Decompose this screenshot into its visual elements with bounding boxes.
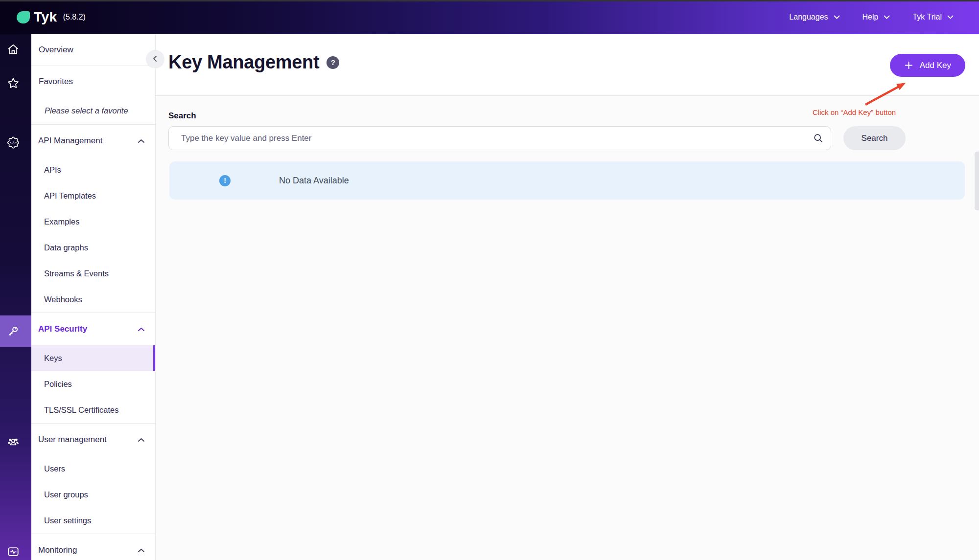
sidebar-sub-user-groups[interactable]: User groups (31, 482, 155, 508)
tyk-logo-icon (17, 11, 30, 23)
page-header: Key Management ? Add Key (156, 34, 979, 96)
topbar-menu-tyk-trial[interactable]: Tyk Trial (912, 13, 954, 22)
chevron-up-icon (138, 139, 145, 143)
sidebar-sub-data-graphs[interactable]: Data graphs (31, 235, 155, 261)
sidebar-sub-user-settings[interactable]: User settings (31, 508, 155, 534)
chevron-up-icon (138, 548, 145, 553)
sidebar-sub-api-templates[interactable]: API Templates (31, 183, 155, 209)
chevron-up-icon (138, 327, 145, 332)
sidebar-section-api-management[interactable]: API Management (31, 125, 155, 157)
sidebar-row-label: API Security (38, 324, 87, 334)
tyk-logo-text: Tyk (34, 9, 57, 25)
rail-api-gear-icon[interactable]: </> (7, 136, 20, 149)
search-icon[interactable] (813, 133, 824, 144)
sidebar-section-user-management[interactable]: User management (31, 424, 155, 456)
chevron-down-icon (947, 15, 954, 19)
sidebar-sub-apis[interactable]: APIs (31, 157, 155, 183)
sidebar-item-overview[interactable]: Overview (31, 34, 155, 66)
chevron-down-icon (834, 15, 840, 19)
no-data-message: No Data Available (279, 176, 349, 186)
sidebar-sub-webhooks[interactable]: Webhooks (31, 287, 155, 313)
plus-icon (904, 61, 913, 70)
sidebar-row-label: Policies (44, 380, 72, 389)
topbar-menu-label: Languages (789, 13, 828, 22)
sidebar-sub-keys[interactable]: Keys (31, 345, 155, 371)
search-row: Search (168, 126, 906, 150)
vertical-scrollbar-thumb[interactable] (975, 152, 979, 210)
chevron-down-icon (884, 15, 890, 19)
page-title: Key Management (168, 52, 319, 73)
svg-text:</>: </> (10, 140, 17, 145)
sidebar-row-label: Users (44, 464, 65, 473)
chevron-up-icon (138, 438, 145, 442)
topbar-menus: Languages Help Tyk Trial (789, 0, 954, 34)
rail-home-icon[interactable] (7, 43, 20, 56)
info-icon: ! (219, 175, 231, 186)
sidebar-sub-policies[interactable]: Policies (31, 371, 155, 397)
sidebar-row-label: User management (38, 435, 107, 445)
add-key-button[interactable]: Add Key (890, 54, 965, 77)
annotation-text: Click on “Add Key” button (813, 108, 896, 116)
sidebar-section-monitoring[interactable]: Monitoring (31, 534, 155, 560)
topbar-menu-label: Help (862, 13, 879, 22)
no-data-banner: ! No Data Available (169, 161, 965, 200)
search-input[interactable] (168, 126, 831, 150)
rail-favorites-star-icon[interactable] (7, 77, 20, 90)
topbar-menu-label: Tyk Trial (912, 13, 942, 22)
rail-key-icon[interactable] (7, 325, 20, 337)
sidebar-row-label: User settings (44, 516, 91, 525)
sidebar-item-favorites[interactable]: Favorites (31, 66, 155, 97)
sidebar-row-label: Overview (39, 45, 73, 55)
sidebar-row-label: Please select a favorite (45, 106, 128, 115)
sidebar-note-please-select-a-favorite: Please select a favorite (31, 97, 155, 124)
add-key-label: Add Key (920, 61, 951, 70)
search-label: Search (168, 111, 196, 121)
sidebar-section-api-security[interactable]: API Security (31, 313, 155, 345)
topbar: Tyk (5.8.2) Languages Help Tyk Trial (0, 0, 979, 34)
sidebar-row-label: Examples (44, 217, 79, 226)
app-window: Tyk (5.8.2) Languages Help Tyk Trial </>… (0, 0, 979, 560)
sidebar-row-label: API Management (38, 136, 102, 146)
sidebar-row-label: TLS/SSL Certificates (44, 405, 119, 415)
sidebar-row-label: Data graphs (44, 243, 88, 252)
help-icon[interactable]: ? (326, 56, 339, 69)
sidebar-sub-users[interactable]: Users (31, 456, 155, 482)
icon-rail: </> (0, 34, 31, 560)
sidebar-row-label: Keys (44, 354, 62, 363)
sidebar: Overview Favorites Please select a favor… (31, 34, 156, 560)
window-top-edge (0, 0, 979, 1)
rail-monitoring-icon[interactable] (7, 545, 20, 558)
rail-user-group-icon[interactable] (7, 435, 20, 448)
topbar-menu-help[interactable]: Help (862, 13, 890, 22)
sidebar-row-label: Favorites (39, 77, 73, 87)
version-label: (5.8.2) (63, 13, 86, 22)
sidebar-row-label: User groups (44, 490, 88, 499)
sidebar-sub-tls-ssl-certificates[interactable]: TLS/SSL Certificates (31, 397, 155, 423)
sidebar-collapse-button[interactable] (146, 50, 164, 68)
chevron-left-icon (152, 55, 159, 64)
tyk-brand[interactable]: Tyk (5.8.2) (17, 9, 86, 25)
topbar-menu-languages[interactable]: Languages (789, 13, 839, 22)
sidebar-row-label: Webhooks (44, 295, 82, 304)
sidebar-row-label: APIs (44, 165, 61, 175)
sidebar-sub-examples[interactable]: Examples (31, 209, 155, 235)
sidebar-row-label: Streams & Events (44, 269, 109, 278)
sidebar-row-label: API Templates (44, 191, 96, 201)
sidebar-row-label: Monitoring (38, 545, 77, 555)
sidebar-sub-streams-events[interactable]: Streams & Events (31, 261, 155, 287)
search-button[interactable]: Search (843, 126, 906, 150)
annotation-arrow (860, 76, 910, 109)
